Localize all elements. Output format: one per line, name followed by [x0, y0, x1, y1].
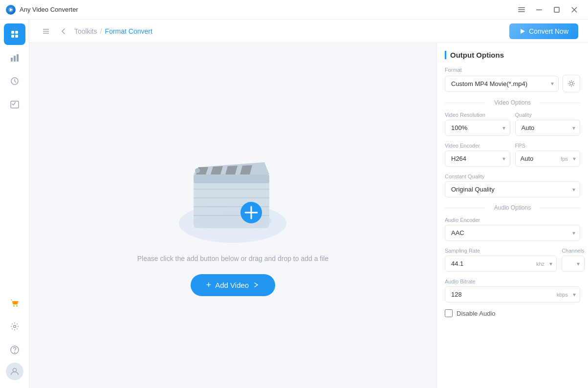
sampling-rate-label: Sampling Rate — [445, 248, 557, 254]
convert-now-button[interactable]: Convert Now — [509, 23, 578, 39]
app-body: Toolkits / Format Convert Convert Now — [0, 20, 588, 388]
sidebar-item-cart[interactable] — [4, 292, 25, 314]
audio-encoder-select[interactable]: AAC MP3 FLAC — [445, 225, 580, 241]
format-select-wrapper: Custom MP4 Movie(*.mp4) MP4 AVI MKV — [445, 76, 559, 92]
close-button[interactable] — [566, 4, 582, 16]
svg-rect-2 — [518, 7, 525, 8]
svg-point-20 — [14, 352, 15, 353]
sampling-rate-input[interactable] — [445, 256, 535, 271]
title-bar-left: Any Video Converter — [6, 5, 78, 15]
clapperboard-svg — [179, 140, 286, 228]
svg-rect-4 — [518, 11, 525, 12]
audio-bitrate-label: Audio Bitrate — [445, 279, 580, 284]
title-bar: Any Video Converter — [0, 0, 588, 20]
minimize-button[interactable] — [531, 4, 547, 16]
sidebar-item-home[interactable] — [4, 23, 25, 45]
quality-select[interactable]: Auto High Medium — [515, 120, 581, 136]
app-icon — [6, 5, 16, 15]
audio-encoder-wrapper: AAC MP3 FLAC — [445, 225, 580, 241]
constant-quality-wrapper: Original Quality High Medium Low — [445, 181, 580, 197]
format-field-group: Format Custom MP4 Movie(*.mp4) MP4 AVI M… — [445, 67, 580, 92]
top-area: Toolkits / Format Convert Convert Now — [29, 20, 588, 388]
svg-marker-25 — [521, 29, 525, 34]
channels-wrapper: 2 1 6 — [562, 256, 584, 272]
user-avatar[interactable] — [6, 363, 23, 380]
fps-label: FPS — [515, 143, 581, 149]
audio-encoder-group: Audio Encoder AAC MP3 FLAC — [445, 217, 580, 241]
fps-unit: fps — [560, 156, 569, 162]
video-encoder-wrapper: H264 H265 VP9 — [445, 151, 510, 167]
sidebar-item-stats[interactable] — [4, 47, 25, 68]
breadcrumb-sep1: / — [100, 27, 102, 35]
video-encoder-label: Video Encoder — [445, 143, 510, 149]
sampling-channels-row: Sampling Rate khz ▾ Channels 2 1 — [445, 248, 580, 272]
sidebar-item-settings[interactable] — [4, 316, 25, 337]
sampling-rate-group: Sampling Rate khz ▾ — [445, 248, 557, 272]
audio-bitrate-wrapper: kbps ▾ — [445, 286, 580, 302]
fps-group: FPS Auto 24 30 60 fps ▾ — [515, 143, 581, 167]
video-resolution-label: Video Resolution — [445, 112, 510, 118]
svg-rect-28 — [194, 174, 269, 183]
resolution-quality-row: Video Resolution 100% 75% 50% Quality — [445, 112, 580, 136]
disable-audio-label[interactable]: Disable Audio — [457, 310, 496, 317]
instruction-text: Please click the add button below or dra… — [137, 255, 328, 262]
svg-rect-9 — [11, 31, 14, 34]
bitrate-unit: kbps — [556, 292, 569, 298]
add-video-button[interactable]: + Add Video — [191, 274, 275, 296]
menu-toggle-button[interactable] — [39, 24, 53, 38]
panel-title: Output Options — [445, 51, 580, 59]
sidebar-item-history[interactable] — [4, 70, 25, 92]
fps-select[interactable]: Auto 24 30 60 — [516, 151, 560, 166]
disable-audio-checkbox[interactable] — [445, 309, 453, 317]
output-options-panel: Output Options Format Custom MP4 Movie(*… — [436, 43, 588, 388]
constant-quality-select[interactable]: Original Quality High Medium Low — [445, 181, 580, 197]
audio-bitrate-input[interactable] — [445, 287, 556, 302]
channels-select[interactable]: 2 1 6 — [562, 256, 584, 272]
video-encoder-select[interactable]: H264 H265 VP9 — [445, 151, 510, 167]
back-button[interactable] — [57, 24, 70, 38]
constant-quality-label: Constant Quality — [445, 173, 580, 179]
video-resolution-select[interactable]: 100% 75% 50% — [445, 120, 510, 136]
fps-wrapper: Auto 24 30 60 fps ▾ — [515, 151, 581, 167]
svg-rect-3 — [518, 9, 525, 10]
drop-area: Please click the add button below or dra… — [137, 135, 328, 296]
window-controls — [514, 4, 582, 16]
plus-icon: + — [206, 280, 212, 290]
svg-rect-10 — [15, 31, 18, 34]
sidebar-bottom — [4, 292, 25, 384]
sampling-rate-wrapper: khz ▾ — [445, 256, 557, 272]
breadcrumb: Toolkits / Format Convert — [74, 27, 152, 35]
svg-rect-14 — [14, 56, 16, 62]
format-row: Custom MP4 Movie(*.mp4) MP4 AVI MKV — [445, 75, 580, 92]
video-resolution-wrapper: 100% 75% 50% — [445, 120, 510, 136]
format-settings-button[interactable] — [563, 75, 580, 92]
svg-rect-13 — [11, 58, 13, 62]
svg-rect-11 — [11, 35, 14, 38]
disable-audio-row: Disable Audio — [445, 309, 580, 317]
quality-group: Quality Auto High Medium — [515, 112, 581, 136]
svg-rect-15 — [17, 54, 19, 62]
format-label: Format — [445, 67, 580, 73]
app-title: Any Video Converter — [20, 6, 78, 13]
sidebar-item-help[interactable] — [4, 339, 25, 361]
format-select[interactable]: Custom MP4 Movie(*.mp4) MP4 AVI MKV — [445, 76, 559, 92]
svg-rect-6 — [554, 7, 559, 12]
sampling-chevron-icon[interactable]: ▾ — [545, 260, 556, 267]
encoder-fps-row: Video Encoder H264 H265 VP9 FPS — [445, 143, 580, 167]
sidebar-item-tasks[interactable] — [4, 94, 25, 115]
clapperboard-illustration — [169, 135, 296, 243]
fps-chevron-icon: ▾ — [569, 155, 580, 162]
breadcrumb-toolkits: Toolkits — [74, 27, 97, 35]
svg-rect-17 — [11, 101, 19, 108]
channels-group: Channels 2 1 6 — [562, 248, 584, 272]
maximize-button[interactable] — [549, 4, 565, 16]
menu-button[interactable] — [514, 4, 529, 16]
svg-point-18 — [13, 325, 16, 328]
sampling-rate-unit: khz — [535, 261, 545, 267]
video-options-divider: Video Options — [445, 99, 580, 106]
video-encoder-group: Video Encoder H264 H265 VP9 — [445, 143, 510, 167]
bitrate-chevron-icon[interactable]: ▾ — [569, 291, 580, 298]
quality-wrapper: Auto High Medium — [515, 120, 581, 136]
svg-point-21 — [13, 368, 16, 372]
sidebar — [0, 20, 29, 388]
